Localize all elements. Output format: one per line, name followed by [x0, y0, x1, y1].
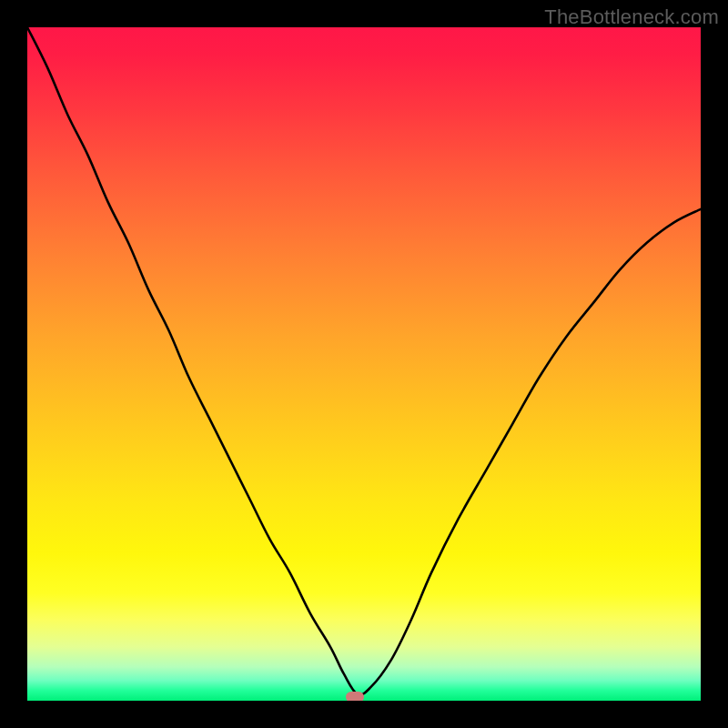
plot-area [27, 27, 701, 701]
bottleneck-marker-icon [346, 692, 364, 701]
watermark-text: TheBottleneck.com [544, 5, 719, 29]
gradient-background [27, 27, 701, 701]
chart-frame: TheBottleneck.com [0, 0, 728, 728]
